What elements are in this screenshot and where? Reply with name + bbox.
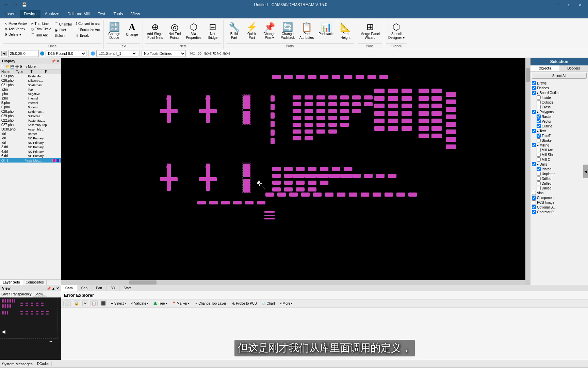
- merge-panel-wizard-button[interactable]: ⊞ Merge PanelWizard: [358, 21, 382, 41]
- check-drilled-2[interactable]: Drilled: [537, 181, 587, 186]
- hscroll-thumb[interactable]: [129, 280, 157, 285]
- view-panel-close[interactable]: ✕: [56, 287, 59, 290]
- quick-part-button[interactable]: ⚡ QuickPart: [243, 21, 260, 41]
- minimize-button[interactable]: ─: [553, 1, 564, 8]
- list-item[interactable]: 4.drlNC Primary: [0, 149, 61, 154]
- tab-3d[interactable]: 3D: [107, 285, 119, 291]
- check-polygons[interactable]: ▸ Polygons: [532, 109, 587, 114]
- check-optional[interactable]: Optional S...: [532, 205, 587, 210]
- view-panel-expand[interactable]: ▲: [52, 287, 55, 290]
- check-mill-slot[interactable]: Mill Slot: [537, 152, 587, 157]
- menu-view[interactable]: View: [127, 10, 144, 18]
- tab-objects[interactable]: Objects: [530, 65, 559, 71]
- via-properties-button[interactable]: ⬡ ViaProperties: [184, 21, 203, 41]
- list-item[interactable]: .drlNC Primary: [0, 140, 61, 145]
- change-pins-button[interactable]: 📌 ChangePins ▾: [261, 21, 278, 41]
- tab-part[interactable]: Part: [92, 285, 107, 291]
- check-outside[interactable]: Outside: [537, 100, 587, 105]
- select-dropdown-button[interactable]: ✦ Select ▾: [109, 301, 127, 306]
- menu-drill-and-mill[interactable]: Drill and Mill: [63, 10, 94, 18]
- tab-layer-sets[interactable]: Layer Sets: [0, 280, 23, 285]
- tab-composites[interactable]: Composites: [23, 280, 47, 285]
- list-item[interactable]: .phoTop: [0, 87, 61, 92]
- list-item[interactable]: 022.phoPaste Mac...: [0, 118, 61, 123]
- build-part-button[interactable]: 🔧 BuildPart: [226, 21, 243, 41]
- check-drills[interactable]: ▸ Drills: [532, 162, 587, 167]
- more-button[interactable]: More...: [28, 65, 38, 68]
- list-item[interactable]: 028.phoSoldernas...: [0, 109, 61, 114]
- check-board-outline[interactable]: ▸ Board Outline: [532, 90, 587, 95]
- canvas-vscroll[interactable]: [525, 58, 530, 280]
- check-unplated[interactable]: Unplated: [537, 171, 587, 176]
- menu-tools[interactable]: Tools: [109, 10, 127, 18]
- layer-select[interactable]: L21:Stencil_1: [96, 50, 137, 57]
- list-item[interactable]: 3030.phoAssembly ...: [0, 127, 61, 132]
- tree-dropdown-button[interactable]: 🌲 Tree ▾: [152, 301, 168, 306]
- tab-cam[interactable]: Cam: [61, 285, 77, 291]
- tools-select[interactable]: No Tools Defined: [142, 50, 186, 57]
- vscroll-thumb[interactable]: [526, 68, 530, 82]
- change-dcode-button[interactable]: 🔡 ChangeDcode: [106, 21, 123, 41]
- panel-close-button[interactable]: ✕: [56, 59, 59, 63]
- show-button[interactable]: Show...: [33, 292, 47, 296]
- check-text[interactable]: ▸ Text: [532, 128, 587, 133]
- trim-line-button[interactable]: ✂ Trim Line: [30, 21, 53, 26]
- check-flashes[interactable]: Flashes: [532, 86, 587, 90]
- break-button[interactable]: ⧛ Break: [74, 33, 101, 38]
- net-end-points-button[interactable]: ◎ Net EndPoints: [166, 21, 183, 41]
- canvas-hscroll[interactable]: [61, 280, 525, 285]
- check-mill-arc[interactable]: Mill Arc: [537, 148, 587, 152]
- list-item[interactable]: 027.phoAssembly Top: [0, 123, 61, 127]
- convert-to-arc-button[interactable]: ⤴ Convert to arc: [74, 21, 101, 26]
- check-vias[interactable]: Vias: [532, 190, 587, 195]
- check-mill-c[interactable]: Mill C: [537, 157, 587, 162]
- validate-dropdown-button[interactable]: ✔ Validate ▾: [129, 301, 150, 306]
- canvas-area[interactable]: ✛: [61, 58, 530, 285]
- nav-back-button[interactable]: ◀: [1, 51, 7, 56]
- check-drilled-1[interactable]: Drilled: [537, 176, 587, 181]
- move-vertex-button[interactable]: ↖ Move Vertex: [3, 21, 29, 26]
- trim-arc-button[interactable]: ⌒ Trim Arc: [30, 32, 53, 38]
- delete-button[interactable]: ✖ Delete ▾: [3, 32, 29, 37]
- close-button[interactable]: ✕: [575, 1, 585, 8]
- check-milling[interactable]: ▸ Milling: [532, 143, 587, 148]
- part-attributes-button[interactable]: 📋 PartAttributes: [297, 21, 316, 41]
- chamfer-button[interactable]: ⌒ Chamfer: [53, 21, 74, 27]
- check-components[interactable]: Componen...: [532, 195, 587, 200]
- list-item[interactable]: 026.phoSilkscree...: [0, 78, 61, 83]
- save-layer-button[interactable]: 💾: [10, 65, 14, 68]
- join-button[interactable]: ⊟ Join: [53, 33, 74, 38]
- error-icon-3[interactable]: ✂: [82, 301, 88, 306]
- net-bridge-button[interactable]: ⊟ NetBridge: [204, 21, 221, 41]
- move-down-button[interactable]: ↓: [26, 65, 27, 68]
- menu-design[interactable]: Design: [20, 10, 40, 18]
- check-vector[interactable]: Vector: [537, 119, 587, 124]
- list-item[interactable]: .drlBorder: [0, 132, 61, 136]
- part-height-button[interactable]: 📐 PartHeight: [337, 21, 354, 41]
- sectorize-arc-button[interactable]: ⌒ Sectorize Arc: [74, 27, 101, 33]
- list-item[interactable]: 029.phoSilkscree...: [0, 114, 61, 118]
- open-layer-button[interactable]: 📂: [5, 65, 10, 68]
- maximize-button[interactable]: □: [564, 1, 574, 8]
- tab-cap[interactable]: Cap: [77, 285, 92, 291]
- dcodes-label[interactable]: DCodes: [37, 362, 49, 366]
- add-single-point-nets-button[interactable]: ⊕ Add SinglePoint Nets: [145, 21, 165, 41]
- add-button[interactable]: ➕: [15, 65, 19, 68]
- tab-start[interactable]: Start: [119, 285, 135, 291]
- check-outline[interactable]: Outline: [537, 124, 587, 128]
- add-vertex-button[interactable]: ⊕ Add Vertex: [3, 27, 29, 32]
- padstacks-button[interactable]: 📊 Padstacks: [316, 21, 336, 37]
- undo-button[interactable]: ↩: [3, 1, 10, 9]
- change-text-button[interactable]: A Change: [124, 21, 141, 38]
- list-item[interactable]: 021.phoSoldernas...: [0, 83, 61, 87]
- error-icon-2[interactable]: 🔒: [73, 301, 80, 306]
- list-item[interactable]: .phoNegative ...: [0, 92, 61, 96]
- marker-dropdown-button[interactable]: 📍 Marker ▾: [170, 301, 191, 306]
- delete-layer-button[interactable]: ✖: [20, 65, 22, 68]
- list-item[interactable]: .drlNC Primary: [0, 136, 61, 140]
- probe-to-pcb-button[interactable]: 🔌 Probe to PCB: [230, 301, 258, 306]
- new-layer-button[interactable]: 📄: [1, 65, 5, 68]
- check-plated[interactable]: Plated: [537, 167, 587, 171]
- error-icon-1[interactable]: ⬜: [63, 301, 71, 306]
- change-top-layer-button[interactable]: ↔ Change Top Layer: [193, 301, 227, 306]
